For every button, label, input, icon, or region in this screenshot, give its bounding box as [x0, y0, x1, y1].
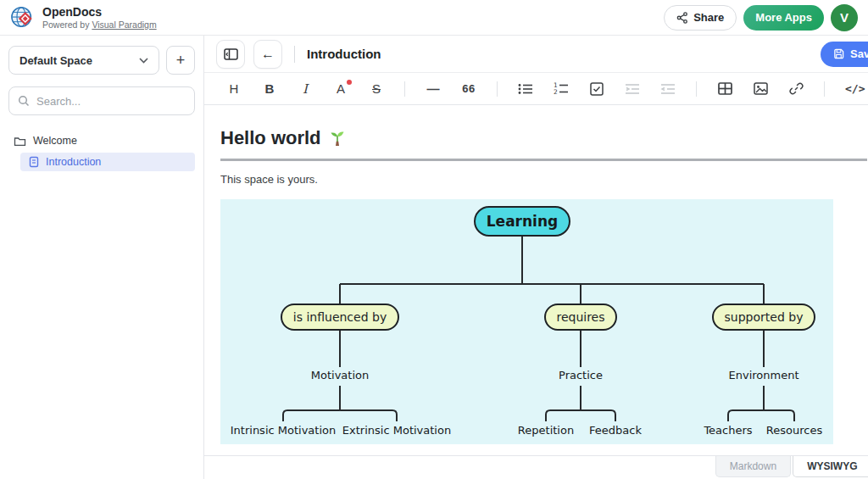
svg-text:2: 2: [554, 88, 558, 95]
editor-pane: ← Introduction Save H B I A: [204, 36, 868, 479]
svg-text:Teachers: Teachers: [703, 424, 752, 437]
svg-text:Repetition: Repetition: [518, 424, 574, 437]
svg-text:Resources: Resources: [766, 424, 823, 437]
svg-text:requires: requires: [556, 310, 604, 324]
powered-by: Powered by Visual Paradigm: [42, 19, 157, 30]
chevron-down-icon: [139, 58, 148, 64]
tree-item-label: Introduction: [46, 156, 101, 168]
markdown-mode-tab[interactable]: Markdown: [715, 456, 791, 477]
bullet-list-button[interactable]: [518, 79, 533, 99]
app-header: OpenDocs Powered by Visual Paradigm Shar…: [0, 0, 868, 36]
svg-text:supported by: supported by: [725, 310, 804, 324]
sidebar: Default Space +: [0, 36, 204, 479]
svg-text:Extrinsic Motivation: Extrinsic Motivation: [342, 424, 451, 437]
mindmap-branch-node: is influenced by: [281, 304, 398, 330]
opendocs-logo-icon: [10, 5, 36, 31]
page-title: Introduction: [307, 47, 381, 61]
share-button[interactable]: Share: [664, 5, 737, 31]
horizontal-rule-button[interactable]: —: [426, 79, 441, 99]
add-space-button[interactable]: +: [166, 46, 195, 75]
app-name: OpenDocs: [42, 5, 157, 19]
search-box[interactable]: [8, 86, 195, 115]
blockquote-button[interactable]: 66: [461, 79, 476, 99]
tree-item-introduction[interactable]: Introduction: [20, 153, 195, 171]
task-list-button[interactable]: [589, 79, 604, 99]
visual-paradigm-link[interactable]: Visual Paradigm: [92, 19, 156, 30]
toggle-sidebar-button[interactable]: [216, 40, 245, 69]
link-button[interactable]: [788, 79, 804, 99]
svg-text:Motivation: Motivation: [311, 369, 369, 382]
outdent-button[interactable]: [660, 79, 676, 99]
toolbar-separator: [824, 81, 825, 97]
seedling-emoji-icon: [328, 129, 347, 148]
editor-topbar: ← Introduction Save: [204, 36, 868, 73]
ordered-list-button[interactable]: 1 2: [554, 79, 569, 99]
share-icon: [676, 12, 688, 24]
search-icon: [18, 95, 30, 107]
editor-footer: Markdown WYSIWYG: [204, 455, 868, 479]
svg-text:Intrinsic Motivation: Intrinsic Motivation: [231, 424, 336, 437]
svg-text:Practice: Practice: [559, 369, 603, 382]
search-input[interactable]: [36, 95, 186, 108]
mindmap-branch-node: supported by: [713, 304, 815, 330]
image-button[interactable]: [753, 79, 768, 99]
svg-text:Environment: Environment: [728, 369, 798, 382]
save-icon: [833, 48, 844, 59]
font-color-dot: [347, 80, 352, 85]
mindmap-diagram[interactable]: Learning is influenced by requires suppo…: [220, 199, 833, 444]
strikethrough-button[interactable]: S: [369, 79, 384, 99]
mindmap-branch-node: requires: [545, 304, 616, 330]
save-button[interactable]: Save: [821, 42, 868, 67]
document-paragraph: This space is yours.: [220, 173, 867, 186]
page-tree: Welcome Introduction: [8, 131, 195, 171]
toolbar-separator: [404, 81, 405, 97]
toolbar-separator: [497, 81, 498, 97]
svg-text:Learning: Learning: [487, 213, 558, 230]
user-avatar[interactable]: V: [831, 4, 858, 31]
mindmap-root-node: Learning: [475, 207, 570, 236]
back-arrow-icon: ←: [261, 47, 275, 62]
tree-item-welcome[interactable]: Welcome: [8, 131, 195, 151]
heading-button[interactable]: H: [226, 79, 242, 99]
format-toolbar: H B I A S — 66 1 2: [204, 73, 868, 105]
mindmap-labels: Motivation Practice Environment Intrinsi…: [231, 369, 823, 437]
more-apps-button[interactable]: More Apps: [743, 5, 824, 31]
tree-item-label: Welcome: [33, 135, 77, 147]
svg-text:is influenced by: is influenced by: [293, 310, 387, 324]
svg-text:Feedback: Feedback: [589, 424, 642, 437]
code-button[interactable]: </>: [845, 79, 865, 99]
topbar-divider: [294, 46, 295, 63]
document-content[interactable]: Hello world This space is yours.: [204, 105, 868, 455]
table-button[interactable]: [717, 79, 732, 99]
toolbar-separator: [696, 81, 697, 97]
italic-button[interactable]: I: [298, 79, 313, 99]
sidebar-collapse-icon: [224, 48, 238, 60]
back-button[interactable]: ←: [253, 40, 282, 69]
bold-button[interactable]: B: [262, 79, 277, 99]
indent-button[interactable]: [625, 79, 640, 99]
document-heading: Hello world: [220, 125, 867, 161]
document-icon: [29, 156, 39, 168]
space-selector[interactable]: Default Space: [8, 46, 159, 75]
font-color-button[interactable]: A: [333, 79, 348, 99]
folder-icon: [14, 136, 26, 147]
wysiwyg-mode-tab[interactable]: WYSIWYG: [793, 456, 868, 477]
